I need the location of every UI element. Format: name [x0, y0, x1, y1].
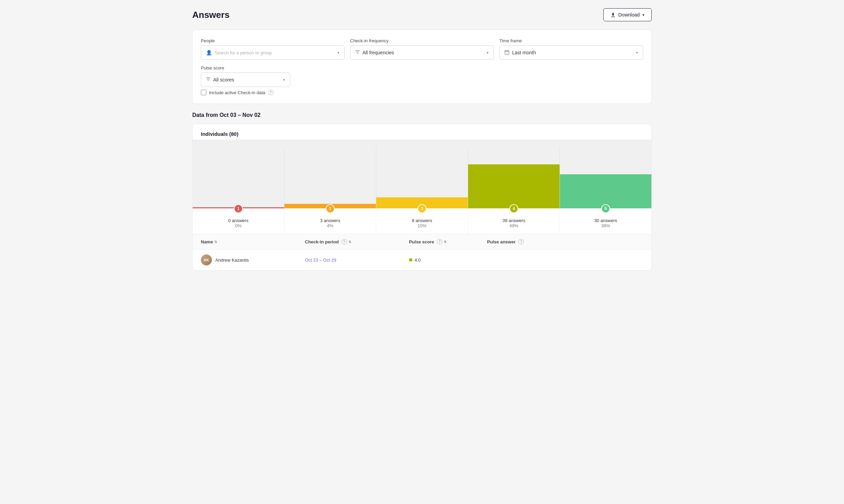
pulse-filter-icon — [206, 77, 210, 83]
bar-chart-area: 12345 — [193, 140, 651, 208]
pulse-col-help-icon[interactable]: ? — [437, 239, 442, 244]
bar-fill-1: 1 — [193, 207, 284, 208]
th-pulse: Pulse score ? ⇅ — [409, 239, 487, 244]
bar-fill-3: 3 — [376, 197, 468, 208]
people-placeholder: Search for a person or group — [215, 50, 272, 55]
td-name-0: AK Andrew Kazantis — [201, 254, 305, 265]
th-checkin: Check-in period ? ⇅ — [305, 239, 409, 244]
svg-rect-0 — [611, 17, 615, 17]
bar-badge-3: 3 — [418, 204, 426, 213]
bar-col-5: 5 — [560, 146, 651, 208]
bar-badge-1: 1 — [234, 204, 243, 213]
bar-col-3: 3 — [376, 146, 468, 208]
timeframe-label: Time frame — [499, 38, 643, 43]
checkin-label: Check-in frequency — [350, 38, 494, 43]
checkin-filter-group: Check-in frequency All frequencies ▾ — [350, 38, 494, 60]
include-active-label[interactable]: Include active Check-in data — [209, 90, 265, 95]
pulse-sort-icon[interactable]: ⇅ — [444, 240, 446, 244]
page-header: Answers Download ▾ — [192, 8, 652, 21]
people-label: People — [201, 38, 345, 43]
pulse-chevron-icon: ▾ — [283, 78, 285, 82]
table-rows: AK Andrew Kazantis Oct 23 – Oct 29 4.0 — [193, 249, 651, 270]
timeframe-filter-group: Time frame Last month ▾ — [499, 38, 643, 60]
avatar-0: AK — [201, 254, 212, 265]
people-filter-group: People 👤 Search for a person or group ▾ — [201, 38, 345, 60]
td-checkin-0: Oct 23 – Oct 29 — [305, 258, 409, 263]
bar-badge-5: 5 — [601, 204, 610, 213]
bar-chart: 12345 — [193, 146, 651, 208]
page-container: Answers Download ▾ People 👤 Search for a… — [181, 0, 663, 504]
checkin-value: All frequencies — [363, 50, 394, 55]
name-sort-icon[interactable]: ⇅ — [214, 240, 217, 244]
pulse-label: Pulse score — [201, 65, 643, 70]
bar-col-2: 2 — [284, 146, 376, 208]
download-button[interactable]: Download ▾ — [603, 8, 652, 21]
people-select[interactable]: 👤 Search for a person or group ▾ — [201, 45, 345, 60]
pulse-score-0: 4.0 — [414, 258, 421, 263]
td-pulse-0: 4.0 — [409, 258, 487, 263]
download-icon — [610, 12, 616, 18]
pulse-value: All scores — [213, 77, 234, 83]
bar-fill-4: 4 — [468, 164, 560, 208]
chart-card: Individuals (80) 12345 0 answers0%3 answ… — [192, 124, 652, 271]
chart-header: Individuals (80) — [193, 124, 651, 140]
bar-badge-4: 4 — [509, 204, 518, 213]
page-title: Answers — [192, 10, 229, 20]
pulse-select[interactable]: All scores ▾ — [201, 73, 290, 87]
timeframe-value: Last month — [512, 50, 536, 55]
svg-rect-1 — [505, 51, 509, 54]
pulse-select-wrap: All scores ▾ — [201, 73, 290, 87]
data-section: Data from Oct 03 – Nov 02 Individuals (8… — [192, 112, 652, 271]
bar-col-1: 1 — [193, 146, 284, 208]
bar-badge-2: 2 — [326, 204, 335, 213]
answer-col-help-icon[interactable]: ? — [518, 239, 524, 244]
include-active-row: Include active Check-in data ? — [201, 90, 643, 95]
table-header-row: Name ⇅ Check-in period ? ⇅ Pulse score ?… — [193, 234, 651, 249]
include-active-help-icon[interactable]: ? — [268, 90, 273, 95]
timeframe-chevron-icon: ▾ — [636, 51, 638, 55]
table-row[interactable]: AK Andrew Kazantis Oct 23 – Oct 29 4.0 — [193, 249, 651, 270]
filter-card: People 👤 Search for a person or group ▾ … — [192, 30, 652, 104]
th-name: Name ⇅ — [201, 239, 305, 244]
checkin-select[interactable]: All frequencies ▾ — [350, 45, 494, 60]
checkin-chevron-icon: ▾ — [487, 51, 489, 55]
timeframe-select[interactable]: Last month ▾ — [499, 45, 643, 60]
pulse-dot-0 — [409, 258, 412, 262]
bar-fill-5: 5 — [560, 174, 651, 208]
people-chevron-icon: ▾ — [337, 51, 339, 55]
chevron-down-icon: ▾ — [642, 13, 645, 17]
checkin-sort-icon[interactable]: ⇅ — [348, 240, 351, 244]
calendar-icon — [505, 50, 509, 56]
include-active-checkbox[interactable] — [201, 90, 206, 95]
name-text-0: Andrew Kazantis — [215, 258, 249, 263]
th-answer: Pulse answer ? — [487, 239, 643, 244]
bar-col-4: 4 — [468, 146, 560, 208]
bar-fill-2: 2 — [284, 204, 376, 208]
pulse-filter-row: Pulse score All scores ▾ — [201, 65, 643, 87]
checkin-col-help-icon[interactable]: ? — [342, 239, 347, 244]
filter-row-top: People 👤 Search for a person or group ▾ … — [201, 38, 643, 60]
table-container: Name ⇅ Check-in period ? ⇅ Pulse score ?… — [193, 234, 651, 270]
filter-icon — [355, 50, 360, 55]
person-icon: 👤 — [206, 50, 212, 55]
data-range-label: Data from Oct 03 – Nov 02 — [192, 112, 652, 118]
